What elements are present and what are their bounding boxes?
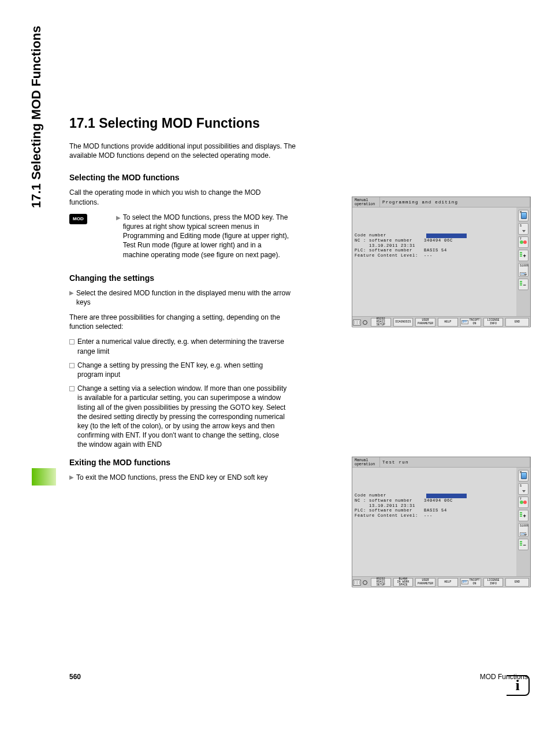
softkey-tncopt[interactable]: OFFTNCOPT ON [460, 578, 481, 587]
intro-paragraph: The MOD functions provide additional inp… [69, 142, 300, 160]
page-tab-marker [32, 468, 56, 486]
softkey-help[interactable]: HELP [438, 318, 458, 327]
side-button-s[interactable]: S [518, 223, 528, 235]
side-button-s[interactable]: S [518, 483, 528, 495]
pin-red-icon [523, 240, 527, 244]
triangle-bullet-icon: ▶ [69, 290, 74, 307]
paragraph-select-call: Call the operating mode in which you wis… [69, 188, 289, 206]
right-button-column: M S T + S100%OFFON − [516, 207, 530, 316]
mode-cell: Manual operation [352, 197, 380, 207]
bars-icon [520, 541, 522, 546]
side-button-m[interactable]: M [518, 470, 528, 481]
softkey-rs232[interactable]: RS232 RS422 SETUP [371, 318, 391, 327]
page-number: 560 [69, 673, 81, 681]
side-button-plus[interactable]: + [518, 250, 528, 261]
screen-title: Test run [380, 457, 530, 467]
info-icon: i [505, 674, 531, 697]
side-button-s100[interactable]: S100%OFFON [518, 263, 528, 277]
softkey-diagnosis[interactable]: DIAGNOSIS [393, 318, 414, 327]
screenshot-programming-editing: Manual operation Programming and editing… [352, 197, 531, 327]
side-button-t[interactable]: T [518, 496, 528, 508]
change-bullet-1: Select the desired MOD function in the d… [76, 288, 296, 307]
softkey-end[interactable]: END [505, 578, 529, 587]
change-paragraph: There are three possibilities for changi… [69, 313, 289, 331]
softkey-help[interactable]: HELP [438, 578, 458, 587]
disk-icon [521, 212, 527, 219]
mode-cell: Manual operation [352, 457, 380, 467]
bars-icon [520, 281, 522, 286]
list-item: Change a setting by pressing the ENT key… [69, 361, 289, 379]
mod-key-icon: MOD [69, 214, 87, 224]
sidebar-section-label: 17.1 Selecting MOD Functions [29, 26, 44, 208]
screen-content: Code number NC : software number 340494 … [355, 493, 453, 518]
softkey-tncopt[interactable]: OFFTNCOPT ON [460, 318, 481, 327]
side-button-minus[interactable]: − [518, 279, 528, 290]
softkey-license-info[interactable]: LICENSE INFO [483, 578, 504, 587]
softkey-bar-left-icon [352, 577, 370, 588]
pin-red-icon [523, 501, 527, 504]
page-footer: 560 MOD Functions [69, 673, 528, 681]
softkey-user-parameter[interactable]: USER PARAMETER [415, 318, 435, 327]
screen-title: Programming and editing [380, 197, 530, 207]
disk-icon [521, 472, 527, 479]
exit-bullet: To exit the MOD functions, press the END… [76, 473, 267, 482]
side-button-plus[interactable]: + [518, 510, 528, 521]
side-button-s100[interactable]: S100%OFFON [518, 523, 528, 537]
bars-icon [520, 512, 522, 517]
softkey-bar-left-icon [352, 317, 370, 328]
list-item: Change a setting via a selection window.… [69, 384, 289, 449]
chevron-down-icon [522, 490, 526, 492]
softkey-user-parameter[interactable]: USER PARAMETER [415, 578, 435, 587]
triangle-bullet-icon: ▶ [69, 474, 74, 482]
softkey-license-info[interactable]: LICENSE INFO [483, 318, 504, 327]
chevron-down-icon [522, 230, 526, 232]
screenshot-test-run: Manual operation Test run Code number NC… [352, 457, 531, 587]
softkey-end[interactable]: END [505, 318, 529, 327]
side-button-t[interactable]: T [518, 236, 528, 248]
side-button-m[interactable]: M [518, 210, 528, 221]
list-item: Enter a numerical value directly, e.g. w… [69, 337, 289, 355]
bars-icon [520, 252, 522, 257]
triangle-bullet-icon: ▶ [116, 214, 121, 260]
mod-key-description: To select the MOD functions, press the M… [123, 213, 289, 260]
side-button-minus[interactable]: − [518, 539, 528, 550]
screen-content: Code number NC : software number 340494 … [355, 233, 453, 258]
page-title: 17.1 Selecting MOD Functions [69, 116, 528, 131]
right-button-column: M S T + S100%OFFON − [516, 468, 530, 576]
softkey-rs232[interactable]: RS232 RS422 SETUP [371, 578, 391, 587]
subheading-selecting: Selecting the MOD functions [69, 173, 528, 182]
softkey-blank-workspace[interactable]: BLANK IN WORK SPACE [393, 578, 414, 587]
